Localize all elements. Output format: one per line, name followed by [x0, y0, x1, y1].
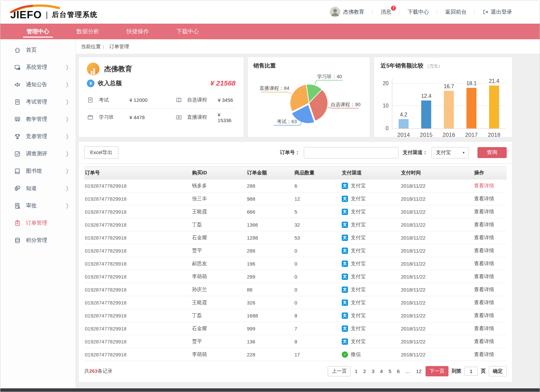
table-row-2: 019287477829918王晓霞6665支支付宝2018/11/22查看详情: [84, 205, 507, 218]
page-number-3[interactable]: 3: [371, 368, 375, 374]
sidebar-item-2[interactable]: 通知公告❯: [0, 76, 76, 93]
bar-category-label: 2015: [420, 132, 433, 138]
chevron-right-icon: ❯: [66, 99, 69, 105]
nav-tab-3[interactable]: 下载中心: [163, 24, 213, 39]
nav-tab-1[interactable]: 数据分析: [63, 24, 113, 39]
order-no-input[interactable]: [304, 147, 399, 158]
cell-action: 查看详情: [473, 335, 507, 348]
sidebar-item-label: 教学管理: [26, 116, 66, 123]
view-detail-link[interactable]: 查看详情: [474, 325, 494, 331]
prev-page-button[interactable]: 上一页: [328, 366, 351, 376]
cell-amount: 1688: [246, 309, 294, 322]
cell-qty: 5: [294, 205, 341, 218]
cell-buyer: 李萌萌: [191, 270, 246, 283]
logout-link[interactable]: 退出登录: [483, 9, 512, 16]
sidebar-item-4[interactable]: 教学管理❯: [0, 110, 76, 128]
view-detail-link[interactable]: 查看详情: [474, 183, 494, 188]
view-detail-link[interactable]: 查看详情: [474, 261, 494, 266]
cell-qty: 0: [294, 270, 341, 283]
bar: [444, 91, 454, 128]
sidebar-item-10[interactable]: 订单管理: [0, 214, 76, 232]
divider: [399, 10, 400, 15]
cell-order-no: 019287477829918: [84, 257, 191, 270]
income-item-label: 学习班: [99, 114, 129, 120]
page-number-5[interactable]: 5: [388, 368, 392, 374]
messages-link[interactable]: 消息 7: [381, 9, 391, 16]
download-center-link[interactable]: 下载中心: [408, 9, 429, 16]
cell-order-no: 019287477829918: [84, 296, 191, 309]
bar-category-label: 2014: [397, 132, 410, 138]
system-icon: [14, 64, 21, 71]
search-button[interactable]: 查询: [477, 147, 507, 158]
cell-amount: 288: [246, 244, 294, 257]
sidebar-item-1[interactable]: 系统管理❯: [0, 59, 76, 76]
company-icon: [87, 63, 99, 75]
chevron-right-icon: ❯: [66, 116, 69, 122]
alipay-icon: 支: [342, 338, 348, 345]
sidebar-item-label: 订单管理: [26, 220, 69, 227]
sidebar-item-5[interactable]: 竞赛管理❯: [0, 128, 76, 145]
pay-channel-select[interactable]: 支付宝 ▼: [432, 147, 469, 158]
orders-table-wrap: 订单号购买ID订单金额商品数量支付渠道支付时间操作 01928747782991…: [79, 163, 512, 361]
income-item-2: 学习班¥ 4478: [87, 108, 161, 126]
view-detail-link[interactable]: 查看详情: [474, 196, 494, 201]
user-menu[interactable]: 杰佛教育: [330, 7, 364, 17]
notice-icon: [14, 81, 21, 88]
bar: [466, 88, 476, 128]
bar-value-label: 21.4: [489, 78, 499, 84]
excel-export-button[interactable]: Excel导出: [84, 146, 118, 159]
page-number-2[interactable]: 2: [362, 368, 367, 374]
main-content: 当前位置： 订单管理 杰佛教育 ¥ 收入总额 ¥ 21568: [76, 39, 540, 389]
cell-order-no: 019287477829918: [84, 179, 191, 192]
goto-confirm-button[interactable]: 确定: [489, 366, 507, 376]
view-detail-link[interactable]: 查看详情: [474, 209, 494, 214]
cell-order-no: 019287477829918: [84, 192, 191, 205]
page-number-1[interactable]: 1: [354, 368, 358, 374]
sidebar: 首页系统管理❯通知公告❯考试管理❯教学管理❯竞赛管理❯调查测评❯图书馆❯知道❯审…: [0, 39, 76, 389]
sidebar-item-0[interactable]: 首页: [0, 41, 76, 59]
sidebar-item-9[interactable]: 审批❯: [0, 197, 76, 214]
cell-buyer: 孙庆兰: [191, 283, 246, 296]
sidebar-item-label: 系统管理: [26, 64, 66, 71]
cell-channel: 支支付宝: [341, 283, 400, 296]
nav-tab-0[interactable]: 管理中心: [13, 24, 63, 39]
sidebar-item-3[interactable]: 考试管理❯: [0, 93, 76, 110]
breadcrumb-current: 订单管理: [109, 44, 129, 50]
page-number-12[interactable]: 12: [415, 368, 423, 374]
view-detail-link[interactable]: 查看详情: [474, 235, 494, 240]
table-footer: 共263条记录 上一页 123456…12 下一页 到第 页 确定: [79, 361, 512, 382]
nav-tab-2[interactable]: 快捷操作: [113, 24, 163, 39]
income-item-value: ¥ 12000: [129, 97, 147, 103]
view-detail-link[interactable]: 查看详情: [474, 274, 494, 279]
page-number-4[interactable]: 4: [379, 368, 384, 374]
view-detail-link[interactable]: 查看详情: [474, 312, 494, 318]
sidebar-item-6[interactable]: 调查测评❯: [0, 145, 76, 162]
sidebar-item-label: 图书馆: [26, 168, 66, 175]
view-detail-link[interactable]: 查看详情: [474, 351, 494, 357]
cell-time: 2018/11/22: [400, 309, 473, 322]
bar-category-label: 2018: [488, 132, 500, 138]
cell-time: 2018/11/22: [400, 283, 473, 296]
view-detail-link[interactable]: 查看详情: [474, 338, 494, 344]
cell-action: 查看详情: [473, 244, 507, 257]
sidebar-item-11[interactable]: 积分管理: [0, 232, 76, 249]
view-detail-link[interactable]: 查看详情: [474, 287, 494, 292]
contest-icon: [14, 133, 21, 140]
goto-page-input[interactable]: [464, 367, 478, 376]
bar-y-axis: 01020: [381, 78, 392, 129]
view-detail-link[interactable]: 查看详情: [474, 299, 494, 305]
cell-action: 查看详情: [473, 257, 507, 270]
view-detail-link[interactable]: 查看详情: [474, 248, 494, 253]
sidebar-item-label: 知道: [26, 185, 66, 192]
order-icon: [14, 219, 21, 227]
next-page-button[interactable]: 下一页: [426, 366, 449, 376]
sidebar-item-8[interactable]: 知道❯: [0, 180, 76, 197]
page-number-6[interactable]: 6: [396, 368, 401, 374]
cell-qty: 6: [294, 179, 341, 192]
sidebar-item-label: 积分管理: [26, 237, 69, 244]
back-to-front-link[interactable]: 返回前台: [445, 9, 466, 16]
teaching-icon: [14, 115, 21, 123]
view-detail-link[interactable]: 查看详情: [474, 222, 494, 227]
sidebar-item-label: 通知公告: [26, 81, 66, 88]
sidebar-item-7[interactable]: 图书馆❯: [0, 162, 76, 180]
